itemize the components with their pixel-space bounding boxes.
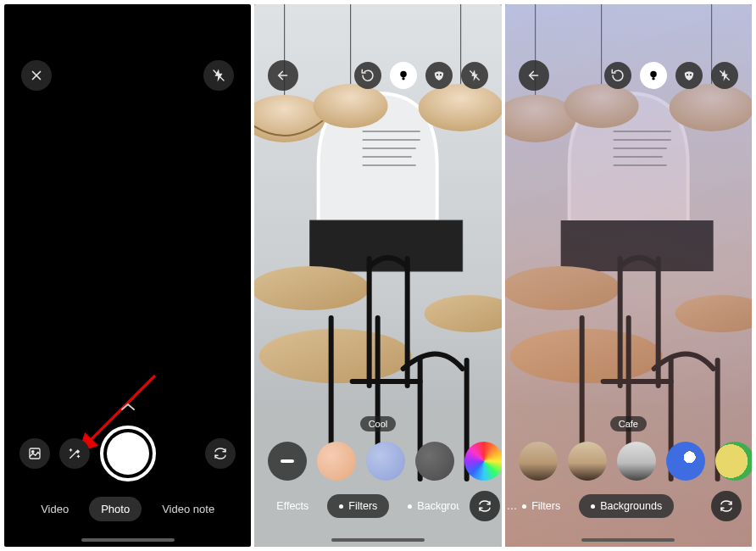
undo-button[interactable] bbox=[604, 62, 631, 89]
tab-backgrounds[interactable]: Backgrounds bbox=[579, 494, 674, 518]
camera-flip-button[interactable] bbox=[711, 491, 742, 521]
filter-gray[interactable] bbox=[415, 442, 454, 481]
mode-photo[interactable]: Photo bbox=[89, 497, 142, 521]
tab-backgrounds[interactable]: Backgrounds bbox=[396, 494, 459, 518]
tab-filters[interactable]: …Filters bbox=[507, 494, 573, 518]
shutter-button[interactable] bbox=[100, 426, 156, 481]
svg-rect-5 bbox=[30, 448, 40, 459]
close-button[interactable] bbox=[21, 60, 52, 91]
flash-off-button[interactable] bbox=[711, 62, 738, 89]
bg-cafe-2[interactable] bbox=[568, 442, 607, 481]
chevron-up-icon[interactable] bbox=[120, 400, 136, 414]
tab-filters[interactable]: Filters bbox=[327, 494, 389, 518]
back-button[interactable] bbox=[268, 60, 298, 91]
bg-cafe-1[interactable] bbox=[519, 442, 558, 481]
svg-point-53 bbox=[690, 74, 692, 75]
filter-rainbow[interactable] bbox=[464, 442, 501, 481]
home-indicator bbox=[81, 538, 175, 542]
svg-point-26 bbox=[400, 71, 407, 78]
home-indicator bbox=[331, 538, 425, 542]
background-name-label: Cafe bbox=[610, 416, 647, 431]
svg-point-22 bbox=[254, 266, 370, 310]
effects-button[interactable] bbox=[59, 438, 90, 469]
camera-flip-button[interactable] bbox=[205, 438, 236, 469]
mode-video-note[interactable]: Video note bbox=[150, 497, 226, 521]
camera-flip-button[interactable] bbox=[470, 491, 500, 521]
filter-cool[interactable] bbox=[366, 442, 405, 481]
background-swatches bbox=[505, 442, 752, 481]
flash-off-button[interactable] bbox=[461, 62, 488, 89]
svg-rect-27 bbox=[402, 77, 404, 80]
filter-swatches bbox=[254, 442, 501, 481]
filter-warm[interactable] bbox=[317, 442, 356, 481]
home-indicator bbox=[581, 538, 675, 542]
flash-off-button[interactable] bbox=[203, 60, 234, 91]
bg-cafe-3[interactable] bbox=[617, 442, 656, 481]
svg-point-28 bbox=[436, 74, 438, 75]
svg-point-6 bbox=[32, 451, 34, 453]
svg-rect-51 bbox=[652, 77, 654, 80]
mask-button[interactable] bbox=[675, 62, 703, 89]
mode-video[interactable]: Video bbox=[29, 497, 81, 521]
light-button[interactable] bbox=[640, 62, 667, 89]
gallery-button[interactable] bbox=[19, 438, 50, 469]
svg-rect-13 bbox=[310, 220, 463, 271]
mask-button[interactable] bbox=[425, 62, 453, 89]
bg-abstract-1[interactable] bbox=[666, 442, 705, 481]
camera-screen-filters: Cool Effects Filters Backgrounds bbox=[254, 4, 501, 547]
svg-point-50 bbox=[650, 71, 657, 78]
svg-point-52 bbox=[687, 74, 688, 75]
svg-point-20 bbox=[419, 84, 502, 131]
camera-screen-backgrounds: Cafe …Filters Backgrounds bbox=[505, 4, 752, 547]
tab-effects[interactable]: Effects bbox=[264, 494, 320, 518]
back-button[interactable] bbox=[519, 60, 549, 91]
filter-reset[interactable] bbox=[268, 442, 307, 481]
svg-point-29 bbox=[439, 74, 441, 75]
svg-point-23 bbox=[259, 329, 412, 383]
undo-button[interactable] bbox=[354, 62, 381, 89]
camera-screen-dark: Video Photo Video note bbox=[4, 4, 251, 547]
light-button[interactable] bbox=[390, 62, 417, 89]
bg-abstract-2[interactable] bbox=[715, 442, 752, 481]
filter-name-label: Cool bbox=[360, 416, 397, 431]
